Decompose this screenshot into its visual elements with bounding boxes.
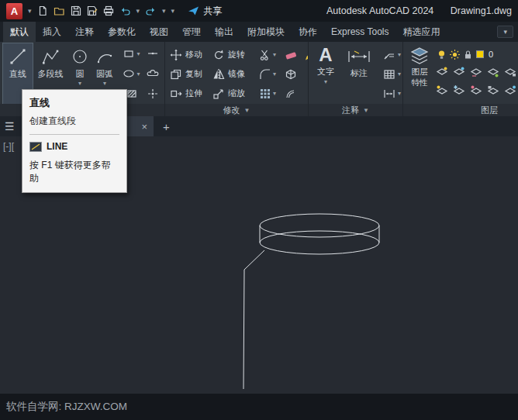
array-button[interactable]: ▾ [255,88,280,100]
layer-on-bulb-icon[interactable] [437,50,447,60]
layer-properties-icon [409,46,430,65]
tab-featured-apps[interactable]: 精选应用 [395,22,447,42]
save-as-icon[interactable] [87,5,98,16]
rectangle-button[interactable]: ▾ [121,43,142,64]
text-button[interactable]: A 文字 ▾ [312,43,340,104]
layer-tools-row-1 [434,63,516,81]
annotation-small-tools: ▾ ▾ ▾ [383,43,401,104]
tab-parametric[interactable]: 参数化 [101,22,143,42]
move-button[interactable]: 移动 [170,49,210,61]
match-layer-icon[interactable] [453,66,465,78]
annotation-panel-label: 注释 [342,105,359,116]
layer-dropdown[interactable]: 0 [434,46,516,63]
erase-button[interactable] [282,49,299,61]
tab-output[interactable]: 输出 [208,22,240,42]
cylinder-bottom-ellipse [260,231,379,254]
ellipse-button[interactable]: ▾ [121,64,142,84]
layers-panel-body: 图层 特性 0 [403,42,518,104]
point-button[interactable] [142,84,163,104]
panel-annotation: A 文字 ▾ 标注 ▾ ▾ [309,42,403,116]
chevron-down-icon[interactable]: ▾ [78,82,81,85]
table-button[interactable]: ▾ [383,64,401,84]
ribbon-display-toggle[interactable]: ▾ [497,26,513,38]
save-icon[interactable] [71,5,81,16]
file-tab-close-icon[interactable]: × [141,121,147,133]
tab-collaborate[interactable]: 协作 [292,22,324,42]
cylinder-top-ellipse [260,214,379,237]
tab-view[interactable]: 视图 [143,22,175,42]
offset-button[interactable] [282,88,299,100]
new-file-icon[interactable] [37,5,48,16]
share-button[interactable]: 共享 [188,5,222,18]
share-label: 共享 [203,5,222,18]
open-file-icon[interactable] [54,5,65,16]
polyline-icon [41,47,60,66]
chevron-down-icon: ▾ [136,71,140,77]
redo-dropdown-icon[interactable]: ▾ [162,7,166,15]
chevron-down-icon[interactable]: ▾ [103,82,106,85]
leader-button[interactable]: ▾ [383,45,401,64]
scale-button[interactable]: 缩放 [212,88,253,100]
tab-express-tools[interactable]: Express Tools [324,22,395,42]
layer-lock-icon[interactable] [463,50,473,60]
modify-panel-footer[interactable]: 修改 ▼ [165,104,308,116]
app-logo[interactable]: A [6,3,22,19]
undo-dropdown-icon[interactable]: ▾ [136,7,140,15]
layer-prev-icon[interactable] [470,66,482,78]
qat-customize-icon[interactable]: ▾ [171,7,175,15]
line-command-icon [29,142,42,152]
drawn-polyline [243,250,264,389]
mirror-button[interactable]: 镜像 [212,68,253,81]
trim-button[interactable]: ▾ [255,49,280,61]
chevron-down-icon: ▾ [398,71,401,77]
stretch-label: 拉伸 [185,88,202,99]
layer-thaw-icon[interactable] [470,84,482,97]
tab-manage[interactable]: 管理 [175,22,208,42]
status-bar: 软件自学网: RJZXW.COM [0,394,518,420]
layer-unlock-icon[interactable] [487,84,499,97]
tab-insert[interactable]: 插入 [36,22,68,42]
explode-button[interactable] [282,68,299,81]
panel-layers: 图层 特性 0 [403,42,518,116]
stretch-button[interactable]: 拉伸 [170,88,210,100]
layer-properties-button[interactable]: 图层 特性 [406,43,433,104]
new-tab-button[interactable]: + [163,120,170,133]
layers-panel-footer[interactable]: 图层 [403,104,518,116]
dimension-style-button[interactable]: ▾ [383,84,401,103]
copy-button[interactable]: 复制 [170,68,210,81]
revision-cloud-button[interactable] [142,64,163,84]
redo-icon[interactable] [145,5,157,16]
layer-properties-label-2: 特性 [412,77,428,87]
chevron-down-icon[interactable]: ▾ [324,78,327,85]
file-tabs-menu-icon[interactable]: ☰ [5,120,20,133]
tooltip-title: 直线 [29,96,119,110]
arc-label: 圆弧 [96,68,113,80]
fillet-button[interactable]: ▾ [255,68,280,81]
layer-color-swatch[interactable] [476,50,484,58]
layer-walk-icon[interactable] [504,84,516,97]
layer-freeze-sun-icon[interactable] [450,50,460,60]
layer-isolate-icon[interactable] [487,66,499,78]
trim-icon [259,49,271,61]
tab-annotate[interactable]: 注释 [68,22,101,42]
marker-button[interactable] [302,49,309,61]
share-plane-icon [188,5,199,16]
circle-icon [71,47,89,66]
layer-lock-toggle-icon[interactable] [504,66,516,78]
plot-icon[interactable] [103,5,114,16]
undo-icon[interactable] [119,5,131,16]
app-title: Autodesk AutoCAD 2024 [326,5,433,16]
construction-line-button[interactable] [142,43,163,64]
rotate-button[interactable]: 旋转 [212,49,253,61]
chevron-down-icon: ▾ [398,51,401,58]
tab-home[interactable]: 默认 [3,22,36,42]
annotation-panel-footer[interactable]: 注释 ▼ [309,104,402,116]
layer-freeze-icon[interactable] [453,84,465,97]
logo-dropdown-icon[interactable]: ▾ [28,7,32,15]
line-tooltip: 直线 创建直线段 LINE 按 F1 键获得更多帮助 [22,89,127,193]
set-current-layer-icon[interactable] [436,66,448,78]
tab-add-ins[interactable]: 附加模块 [240,22,292,42]
layer-off-icon[interactable] [436,84,448,97]
tooltip-command: LINE [47,141,67,152]
dimension-button[interactable]: 标注 [340,43,378,104]
